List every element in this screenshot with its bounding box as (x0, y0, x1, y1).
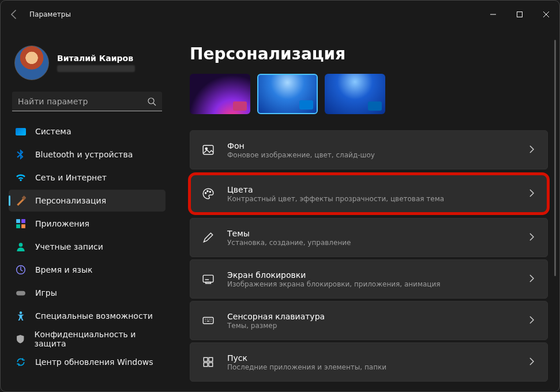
sidebar: Виталий Каиров Найти параметр Система Bl… (1, 28, 174, 392)
sidebar-item-label: Персонализация (35, 196, 106, 205)
card-title: Сенсорная клавиатура (227, 312, 516, 321)
card-subtitle: Последние приложения и элементы, папки (227, 363, 516, 371)
card-touch-keyboard[interactable]: Сенсорная клавиатура Темы, размер (190, 301, 548, 340)
svg-rect-21 (206, 282, 211, 284)
system-icon (16, 128, 26, 135)
update-icon (16, 357, 26, 367)
svg-point-18 (207, 191, 208, 192)
theme-preview-2[interactable] (257, 74, 318, 114)
main-content: Персонализация Фон Фоновое изображение, … (174, 28, 559, 392)
theme-preview-3[interactable] (325, 74, 385, 114)
title-bar: Параметры (1, 1, 559, 28)
wifi-icon (16, 172, 26, 183)
svg-rect-24 (209, 357, 213, 361)
card-start[interactable]: Пуск Последние приложения и элементы, па… (190, 342, 548, 382)
theme-previews (190, 74, 548, 114)
lockscreen-icon (202, 273, 215, 285)
shield-icon (16, 334, 25, 344)
sidebar-item-label: Приложения (35, 219, 89, 228)
clock-globe-icon (16, 265, 26, 275)
search-icon (147, 97, 156, 106)
profile[interactable]: Виталий Каиров (9, 37, 166, 92)
chevron-right-icon (529, 189, 535, 199)
image-icon (202, 144, 215, 156)
card-title: Пуск (227, 353, 516, 363)
svg-rect-13 (16, 291, 25, 296)
sidebar-item-label: Конфиденциальность и защита (34, 330, 159, 348)
sidebar-item-label: Специальные возможности (35, 311, 153, 321)
svg-rect-26 (209, 363, 213, 367)
chevron-right-icon (529, 357, 535, 368)
sidebar-nav: Система Bluetooth и устройства Сеть и Ин… (9, 120, 166, 373)
scrollbar[interactable] (554, 40, 556, 276)
sidebar-item-label: Bluetooth и устройства (35, 150, 133, 159)
sidebar-item-system[interactable]: Система (9, 120, 166, 142)
svg-point-4 (148, 98, 154, 104)
card-title: Темы (227, 229, 516, 238)
svg-point-14 (20, 311, 22, 314)
sidebar-item-time-language[interactable]: Время и язык (9, 259, 166, 281)
svg-point-16 (205, 148, 207, 149)
svg-rect-10 (21, 224, 25, 228)
sidebar-item-label: Система (35, 127, 71, 136)
close-button[interactable] (533, 1, 559, 28)
search-placeholder: Найти параметр (18, 97, 147, 106)
sidebar-item-label: Сеть и Интернет (35, 173, 107, 182)
svg-point-17 (205, 193, 206, 194)
card-subtitle: Установка, создание, управление (227, 239, 516, 247)
sidebar-item-bluetooth[interactable]: Bluetooth и устройства (9, 144, 166, 165)
sidebar-item-label: Игры (35, 288, 57, 297)
card-lockscreen[interactable]: Экран блокировки Изображения экрана блок… (190, 259, 548, 299)
card-title: Экран блокировки (227, 270, 516, 280)
svg-rect-9 (16, 224, 20, 228)
sidebar-item-gaming[interactable]: Игры (9, 282, 166, 304)
card-subtitle: Фоновое изображение, цвет, слайд-шоу (227, 151, 516, 159)
sidebar-item-accessibility[interactable]: Специальные возможности (9, 305, 166, 327)
chevron-right-icon (529, 315, 535, 326)
svg-rect-1 (517, 12, 523, 17)
page-title: Персонализация (190, 44, 548, 63)
sidebar-item-accounts[interactable]: Учетные записи (9, 236, 166, 258)
bluetooth-icon (16, 149, 26, 160)
chevron-right-icon (529, 274, 535, 285)
sidebar-item-privacy[interactable]: Конфиденциальность и защита (9, 328, 166, 350)
card-themes[interactable]: Темы Установка, создание, управление (190, 218, 548, 257)
chevron-right-icon (529, 145, 535, 156)
back-button[interactable] (9, 9, 20, 20)
palette-icon (202, 187, 215, 200)
profile-email (57, 65, 135, 72)
card-title: Фон (227, 141, 516, 150)
svg-rect-25 (204, 363, 208, 367)
card-title: Цвета (227, 185, 516, 194)
theme-preview-1[interactable] (190, 74, 250, 114)
svg-point-19 (209, 191, 211, 193)
svg-line-5 (153, 103, 156, 105)
card-colors[interactable]: Цвета Контрастный цвет, эффекты прозрачн… (190, 174, 548, 213)
person-icon (16, 242, 26, 252)
card-subtitle: Контрастный цвет, эффекты прозрачности, … (227, 195, 516, 203)
sidebar-item-label: Центр обновления Windows (35, 357, 153, 367)
sidebar-item-personalization[interactable]: Персонализация (9, 190, 166, 212)
search-input[interactable]: Найти параметр (12, 92, 162, 111)
sidebar-item-network[interactable]: Сеть и Интернет (9, 167, 166, 189)
svg-rect-15 (203, 145, 213, 154)
avatar (14, 46, 49, 80)
minimize-button[interactable] (480, 1, 506, 28)
maximize-button[interactable] (506, 1, 533, 28)
sidebar-item-label: Время и язык (35, 265, 92, 274)
svg-point-11 (19, 243, 23, 247)
gamepad-icon (16, 288, 26, 298)
sidebar-item-windows-update[interactable]: Центр обновления Windows (9, 351, 166, 373)
svg-rect-23 (204, 357, 208, 361)
paintbrush-icon (16, 195, 26, 206)
svg-rect-8 (21, 219, 25, 223)
window-controls (480, 1, 559, 28)
chevron-right-icon (529, 232, 535, 243)
card-background[interactable]: Фон Фоновое изображение, цвет, слайд-шоу (190, 130, 548, 169)
pen-icon (202, 231, 215, 244)
keyboard-icon (202, 314, 215, 327)
window-title: Параметры (29, 10, 480, 18)
sidebar-item-label: Учетные записи (35, 242, 103, 251)
svg-rect-20 (203, 275, 213, 282)
sidebar-item-apps[interactable]: Приложения (9, 213, 166, 235)
